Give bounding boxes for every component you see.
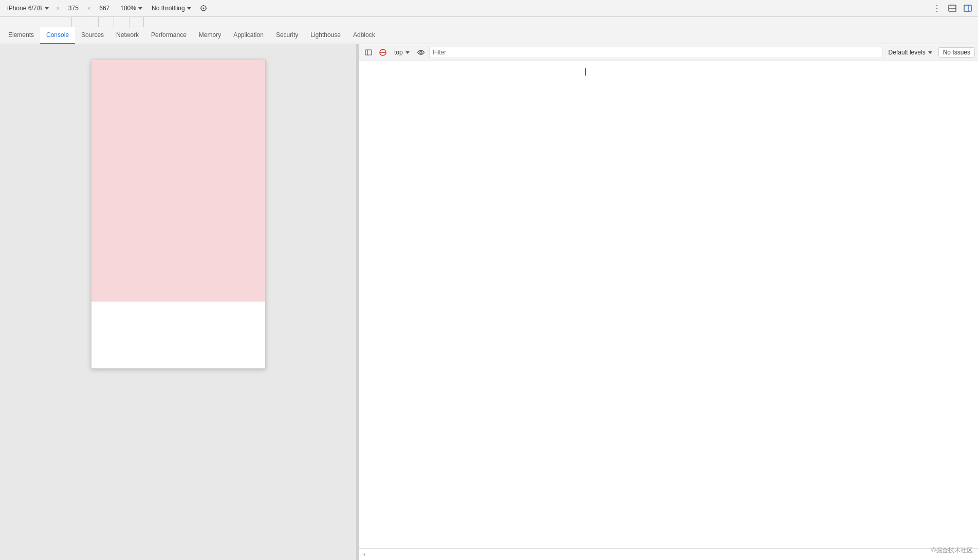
- live-expressions-btn[interactable]: [415, 46, 427, 59]
- devtools-side-btn[interactable]: [962, 2, 974, 14]
- svg-rect-10: [365, 50, 372, 55]
- top-context-selector[interactable]: top: [391, 48, 413, 57]
- throttle-label: No throttling: [152, 5, 185, 12]
- tab-security[interactable]: Security: [270, 27, 304, 44]
- console-content[interactable]: [359, 61, 978, 548]
- more-icon: ⋮: [933, 4, 941, 13]
- top-label: top: [394, 49, 403, 56]
- svg-rect-6: [949, 5, 956, 11]
- width-input[interactable]: [64, 5, 83, 12]
- device-selector[interactable]: iPhone 6/7/8: [4, 4, 52, 13]
- device-frame: [91, 60, 266, 369]
- prompt-area: ›: [359, 548, 978, 560]
- zoom-label: 100%: [120, 5, 136, 12]
- main-content: top Default levels No Issues: [0, 44, 978, 560]
- ruler-bar: [0, 17, 978, 27]
- device-label: iPhone 6/7/8: [7, 5, 42, 12]
- default-levels-btn[interactable]: Default levels: [884, 48, 936, 57]
- no-issues-btn[interactable]: No Issues: [938, 47, 975, 58]
- tab-network[interactable]: Network: [110, 27, 145, 44]
- default-levels-label: Default levels: [889, 49, 926, 56]
- tab-performance[interactable]: Performance: [145, 27, 193, 44]
- throttle-selector[interactable]: No throttling: [149, 4, 194, 13]
- throttle-chevron-icon: [187, 7, 191, 10]
- ruler-segment-1: [0, 17, 72, 27]
- device-chevron-icon: [45, 7, 49, 10]
- tab-adblock[interactable]: Adblock: [347, 27, 381, 44]
- height-input[interactable]: [95, 5, 114, 12]
- svg-point-14: [420, 51, 422, 53]
- tab-application[interactable]: Application: [227, 27, 270, 44]
- devtools-dock-btn[interactable]: [946, 2, 958, 14]
- default-levels-chevron-icon: [928, 51, 932, 54]
- viewport-panel: [0, 44, 356, 560]
- tab-console[interactable]: Console: [40, 27, 75, 44]
- tab-sources[interactable]: Sources: [75, 27, 110, 44]
- tab-elements[interactable]: Elements: [2, 27, 40, 44]
- eye-icon: [417, 49, 425, 55]
- sidebar-icon: [365, 49, 372, 55]
- dock-side-icon: [964, 5, 972, 12]
- svg-point-1: [202, 8, 204, 9]
- console-panel: top Default levels No Issues: [359, 44, 978, 560]
- tab-memory[interactable]: Memory: [193, 27, 227, 44]
- console-filter-input[interactable]: [429, 47, 882, 58]
- location-icon-btn[interactable]: [197, 2, 210, 14]
- dock-bottom-icon: [948, 5, 956, 12]
- text-cursor: [585, 68, 586, 76]
- zoom-selector[interactable]: 100%: [117, 4, 145, 13]
- console-sidebar-btn[interactable]: [362, 46, 375, 59]
- ruler-segment-2: [72, 17, 84, 27]
- top-toolbar: iPhone 6/7/8 × × 100% No throttling ⋮: [0, 0, 978, 17]
- device-screen-pink: [91, 60, 265, 302]
- clear-console-btn[interactable]: [377, 46, 389, 59]
- device-screen-white: [91, 302, 265, 368]
- separator-2: ×: [87, 5, 90, 11]
- tab-lighthouse[interactable]: Lighthouse: [304, 27, 347, 44]
- ruler-segment-3: [84, 17, 99, 27]
- top-chevron-icon: [405, 51, 410, 54]
- devtools-tabs: Elements Console Sources Network Perform…: [0, 27, 978, 44]
- ruler-segment-4: [99, 17, 114, 27]
- prompt-chevron-icon: ›: [363, 551, 365, 558]
- ruler-segment-6: [130, 17, 144, 27]
- location-icon: [200, 5, 207, 12]
- more-options-btn[interactable]: ⋮: [931, 2, 943, 14]
- svg-rect-8: [964, 5, 971, 11]
- console-toolbar: top Default levels No Issues: [359, 44, 978, 61]
- no-issues-label: No Issues: [943, 49, 970, 56]
- separator-1: ×: [56, 5, 59, 11]
- zoom-chevron-icon: [138, 7, 142, 10]
- no-entry-icon: [379, 49, 386, 56]
- ruler-segment-5: [114, 17, 130, 27]
